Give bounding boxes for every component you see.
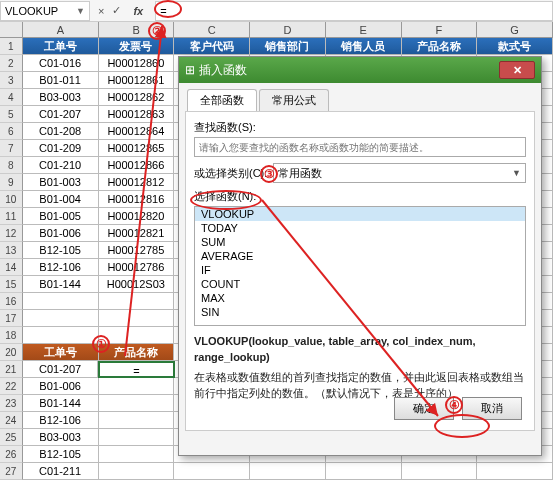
cell[interactable] bbox=[99, 395, 175, 412]
row-header[interactable]: 15 bbox=[0, 276, 23, 293]
cell[interactable]: H00012820 bbox=[99, 208, 175, 225]
function-item[interactable]: SUM bbox=[195, 235, 525, 249]
cell[interactable]: H00012865 bbox=[99, 140, 175, 157]
function-item[interactable]: TODAY bbox=[195, 221, 525, 235]
function-item[interactable]: VLOOKUP bbox=[195, 207, 525, 221]
cell[interactable]: B12-105 bbox=[23, 446, 99, 463]
cell[interactable]: H00012786 bbox=[99, 259, 175, 276]
cell[interactable]: 工单号 bbox=[23, 344, 99, 361]
cancel-icon[interactable]: × bbox=[98, 5, 104, 17]
row-header[interactable]: 12 bbox=[0, 225, 23, 242]
cell[interactable]: = bbox=[98, 361, 174, 378]
cell[interactable] bbox=[99, 310, 175, 327]
cell[interactable]: 工单号 bbox=[23, 38, 99, 55]
cancel-button[interactable]: 取消 bbox=[462, 397, 522, 420]
cell[interactable]: H00012862 bbox=[99, 89, 175, 106]
cell[interactable] bbox=[99, 378, 175, 395]
row-header[interactable]: 20 bbox=[0, 344, 23, 361]
cell[interactable] bbox=[23, 327, 99, 344]
cell[interactable]: C01-208 bbox=[23, 123, 99, 140]
cell[interactable] bbox=[402, 463, 478, 480]
row-header[interactable]: 23 bbox=[0, 395, 23, 412]
row-header[interactable]: 4 bbox=[0, 89, 23, 106]
cell[interactable] bbox=[99, 412, 175, 429]
cell[interactable]: H00012864 bbox=[99, 123, 175, 140]
cell[interactable]: C01-016 bbox=[23, 55, 99, 72]
row-header[interactable]: 24 bbox=[0, 412, 23, 429]
cell[interactable]: C01-211 bbox=[23, 463, 99, 480]
row-header[interactable]: 1 bbox=[0, 38, 23, 55]
row-header[interactable]: 2 bbox=[0, 55, 23, 72]
row-header[interactable]: 5 bbox=[0, 106, 23, 123]
cell[interactable] bbox=[99, 429, 175, 446]
dialog-titlebar[interactable]: ⊞ 插入函数 ✕ bbox=[179, 57, 541, 83]
function-item[interactable]: COUNT bbox=[195, 277, 525, 291]
row-header[interactable]: 8 bbox=[0, 157, 23, 174]
category-combo[interactable]: 常用函数 ▼ bbox=[273, 163, 526, 183]
row-header[interactable]: 6 bbox=[0, 123, 23, 140]
cell[interactable] bbox=[174, 463, 250, 480]
row-header[interactable]: 27 bbox=[0, 463, 23, 480]
cell[interactable]: B01-144 bbox=[23, 395, 99, 412]
cell[interactable] bbox=[23, 293, 99, 310]
row-header[interactable]: 25 bbox=[0, 429, 23, 446]
row-header[interactable]: 16 bbox=[0, 293, 23, 310]
cell[interactable]: H00012S03 bbox=[99, 276, 175, 293]
cell[interactable]: C01-207 bbox=[23, 361, 99, 378]
cell[interactable]: B12-105 bbox=[23, 242, 99, 259]
cell[interactable]: H00012866 bbox=[99, 157, 175, 174]
cell[interactable]: 销售部门 bbox=[250, 38, 326, 55]
cell[interactable] bbox=[250, 463, 326, 480]
cell[interactable] bbox=[477, 463, 553, 480]
function-item[interactable]: SIN bbox=[195, 305, 525, 319]
cell[interactable]: B01-006 bbox=[23, 225, 99, 242]
column-header[interactable]: D bbox=[250, 22, 326, 37]
row-header[interactable]: 11 bbox=[0, 208, 23, 225]
cell[interactable]: C01-210 bbox=[23, 157, 99, 174]
cell[interactable]: H00012863 bbox=[99, 106, 175, 123]
cell[interactable]: B01-011 bbox=[23, 72, 99, 89]
accept-icon[interactable]: ✓ bbox=[112, 4, 121, 17]
column-header[interactable]: G bbox=[477, 22, 553, 37]
column-header[interactable]: A bbox=[23, 22, 99, 37]
cell[interactable]: 产品名称 bbox=[99, 344, 175, 361]
close-button[interactable]: ✕ bbox=[499, 61, 535, 79]
fx-button[interactable]: fx bbox=[129, 5, 147, 17]
function-listbox[interactable]: VLOOKUPTODAYSUMAVERAGEIFCOUNTMAXSIN bbox=[194, 206, 526, 326]
function-item[interactable]: IF bbox=[195, 263, 525, 277]
select-all-cell[interactable] bbox=[0, 22, 23, 37]
cell[interactable]: H00012860 bbox=[99, 55, 175, 72]
search-input[interactable] bbox=[194, 137, 526, 157]
column-header[interactable]: F bbox=[402, 22, 478, 37]
cell[interactable]: H00012861 bbox=[99, 72, 175, 89]
cell[interactable]: H00012816 bbox=[99, 191, 175, 208]
cell[interactable]: 产品名称 bbox=[402, 38, 478, 55]
row-header[interactable]: 26 bbox=[0, 446, 23, 463]
name-box[interactable]: VLOOKUP ▼ bbox=[0, 1, 90, 21]
cell[interactable] bbox=[23, 310, 99, 327]
row-header[interactable]: 21 bbox=[0, 361, 23, 378]
cell[interactable] bbox=[326, 463, 402, 480]
cell[interactable]: 销售人员 bbox=[326, 38, 402, 55]
cell[interactable]: B01-006 bbox=[23, 378, 99, 395]
row-header[interactable]: 17 bbox=[0, 310, 23, 327]
cell[interactable]: B01-005 bbox=[23, 208, 99, 225]
cell[interactable]: 款式号 bbox=[477, 38, 553, 55]
row-header[interactable]: 13 bbox=[0, 242, 23, 259]
tab-all-functions[interactable]: 全部函数 bbox=[187, 89, 257, 111]
cell[interactable]: H00012785 bbox=[99, 242, 175, 259]
cell[interactable]: B03-003 bbox=[23, 89, 99, 106]
row-header[interactable]: 14 bbox=[0, 259, 23, 276]
cell[interactable] bbox=[99, 293, 175, 310]
cell[interactable]: B01-003 bbox=[23, 174, 99, 191]
formula-input[interactable]: = bbox=[155, 1, 553, 21]
ok-button[interactable]: 确定 bbox=[394, 397, 454, 420]
cell[interactable]: 发票号 bbox=[99, 38, 175, 55]
row-header[interactable]: 22 bbox=[0, 378, 23, 395]
cell[interactable]: B01-004 bbox=[23, 191, 99, 208]
cell[interactable]: 客户代码 bbox=[174, 38, 250, 55]
cell[interactable]: B12-106 bbox=[23, 412, 99, 429]
cell[interactable]: C01-209 bbox=[23, 140, 99, 157]
cell[interactable]: H00012812 bbox=[99, 174, 175, 191]
cell[interactable] bbox=[99, 327, 175, 344]
